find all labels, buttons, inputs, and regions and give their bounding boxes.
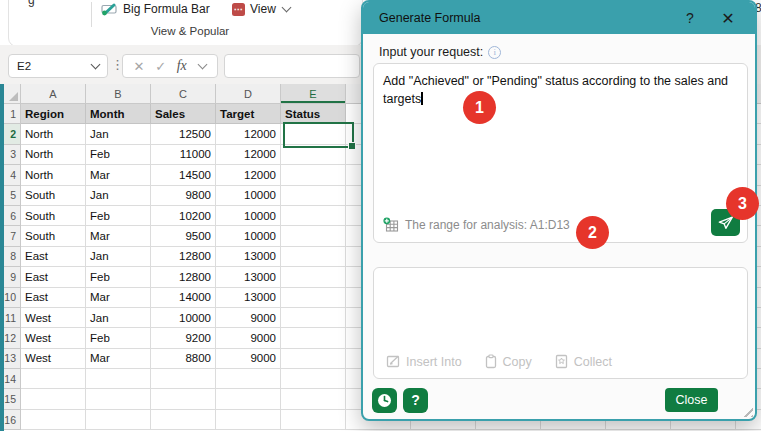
cell-B9[interactable]: Feb [86, 267, 151, 287]
column-header-B[interactable]: B [86, 84, 151, 104]
cell-A5[interactable]: South [21, 186, 86, 206]
cell-A2[interactable]: North [21, 124, 86, 144]
cell-D8[interactable]: 13000 [216, 247, 281, 267]
formula-input[interactable] [224, 54, 360, 78]
cell-C2[interactable]: 12500 [151, 124, 216, 144]
cell-D5[interactable]: 10000 [216, 186, 281, 206]
cell-E7[interactable] [281, 226, 346, 246]
cell-B5[interactable]: Jan [86, 186, 151, 206]
cell-D13[interactable]: 9000 [216, 349, 281, 369]
cell-D14[interactable] [216, 369, 281, 389]
cancel-entry-icon[interactable]: ✕ [134, 59, 145, 74]
cell-B13[interactable]: Mar [86, 349, 151, 369]
cell-C11[interactable]: 10000 [151, 308, 216, 328]
column-header-E[interactable]: E [281, 84, 346, 104]
cell-A10[interactable]: East [21, 288, 86, 308]
cell-C16[interactable] [151, 410, 216, 430]
cell-A15[interactable] [21, 389, 86, 409]
copy-button[interactable]: Copy [484, 354, 532, 369]
cell-A9[interactable]: East [21, 267, 86, 287]
cell-D6[interactable]: 10000 [216, 206, 281, 226]
cell-D7[interactable]: 10000 [216, 226, 281, 246]
cell-A1[interactable]: Region [21, 104, 86, 124]
cell-C9[interactable]: 12800 [151, 267, 216, 287]
insert-into-button[interactable]: Insert Into [386, 354, 462, 369]
cell-B12[interactable]: Feb [86, 328, 151, 348]
info-icon[interactable]: i [488, 46, 501, 59]
cell-B3[interactable]: Feb [86, 145, 151, 165]
cell-E12[interactable] [281, 328, 346, 348]
cell-B6[interactable]: Feb [86, 206, 151, 226]
cell-E10[interactable] [281, 288, 346, 308]
cell-B14[interactable] [86, 369, 151, 389]
cell-D16[interactable] [216, 410, 281, 430]
dialog-help-button[interactable]: ? [677, 5, 703, 31]
cell-D1[interactable]: Target [216, 104, 281, 124]
help-button[interactable]: ? [403, 388, 428, 413]
column-header-D[interactable]: D [216, 84, 281, 104]
cell-C3[interactable]: 11000 [151, 145, 216, 165]
cell-A14[interactable] [21, 369, 86, 389]
cell-A6[interactable]: South [21, 206, 86, 226]
cell-C5[interactable]: 9800 [151, 186, 216, 206]
request-input-box[interactable]: Add "Achieved" or "Pending" status accor… [373, 63, 748, 243]
cell-B16[interactable] [86, 410, 151, 430]
name-box[interactable]: E2 [8, 54, 108, 78]
confirm-entry-icon[interactable]: ✓ [155, 59, 166, 74]
cell-C14[interactable] [151, 369, 216, 389]
cell-B10[interactable]: Mar [86, 288, 151, 308]
cell-D2[interactable]: 12000 [216, 124, 281, 144]
cell-E14[interactable] [281, 369, 346, 389]
cell-E4[interactable] [281, 165, 346, 185]
cell-A3[interactable]: North [21, 145, 86, 165]
cell-D15[interactable] [216, 389, 281, 409]
cell-C1[interactable]: Sales [151, 104, 216, 124]
cell-E15[interactable] [281, 389, 346, 409]
cell-E9[interactable] [281, 267, 346, 287]
column-header-A[interactable]: A [21, 84, 86, 104]
cell-A13[interactable]: West [21, 349, 86, 369]
cell-E13[interactable] [281, 349, 346, 369]
history-button[interactable] [372, 388, 397, 413]
close-button[interactable]: Close [665, 388, 718, 412]
cell-B4[interactable]: Mar [86, 165, 151, 185]
cell-B15[interactable] [86, 389, 151, 409]
cell-C10[interactable]: 14000 [151, 288, 216, 308]
cell-B7[interactable]: Mar [86, 226, 151, 246]
cell-A7[interactable]: South [21, 226, 86, 246]
cell-D3[interactable]: 12000 [216, 145, 281, 165]
chevron-down-icon[interactable] [198, 60, 208, 70]
analysis-range-row[interactable]: The range for analysis: A1:D13 [383, 217, 570, 233]
view-dropdown-button[interactable]: ⋯ View [232, 2, 290, 16]
cell-B11[interactable]: Jan [86, 308, 151, 328]
cell-D11[interactable]: 9000 [216, 308, 281, 328]
big-formula-bar-button[interactable]: Big Formula Bar [101, 2, 210, 16]
cell-C13[interactable]: 8800 [151, 349, 216, 369]
cell-B1[interactable]: Month [86, 104, 151, 124]
cell-A11[interactable]: West [21, 308, 86, 328]
cell-C6[interactable]: 10200 [151, 206, 216, 226]
cell-D4[interactable]: 12000 [216, 165, 281, 185]
dialog-close-icon[interactable]: ✕ [715, 5, 741, 31]
cell-D9[interactable]: 13000 [216, 267, 281, 287]
cell-B2[interactable]: Jan [86, 124, 151, 144]
column-header-C[interactable]: C [151, 84, 216, 104]
cell-D12[interactable]: 9000 [216, 328, 281, 348]
cell-E5[interactable] [281, 186, 346, 206]
cell-C15[interactable] [151, 389, 216, 409]
collect-button[interactable]: Collect [554, 354, 612, 369]
cell-A8[interactable]: East [21, 247, 86, 267]
cell-C8[interactable]: 12800 [151, 247, 216, 267]
cell-E6[interactable] [281, 206, 346, 226]
cell-A12[interactable]: West [21, 328, 86, 348]
cell-D10[interactable]: 13000 [216, 288, 281, 308]
cell-C4[interactable]: 14500 [151, 165, 216, 185]
cell-E16[interactable] [281, 410, 346, 430]
cell-E8[interactable] [281, 247, 346, 267]
cell-A4[interactable]: North [21, 165, 86, 185]
cell-C12[interactable]: 9200 [151, 328, 216, 348]
cell-E11[interactable] [281, 308, 346, 328]
cell-C7[interactable]: 9500 [151, 226, 216, 246]
fill-handle[interactable] [348, 142, 356, 150]
insert-function-icon[interactable]: fx [177, 58, 187, 74]
